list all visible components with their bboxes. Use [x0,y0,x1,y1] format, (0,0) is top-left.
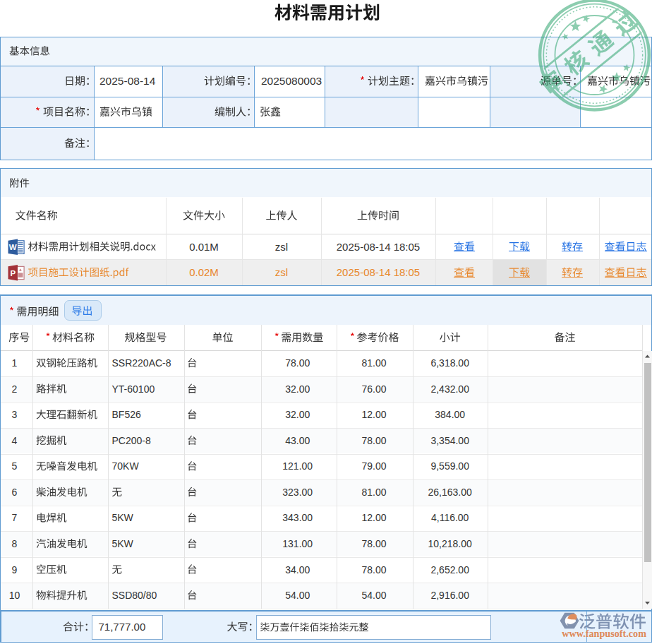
svg-text:P: P [10,269,16,278]
svg-text:W: W [9,243,17,251]
